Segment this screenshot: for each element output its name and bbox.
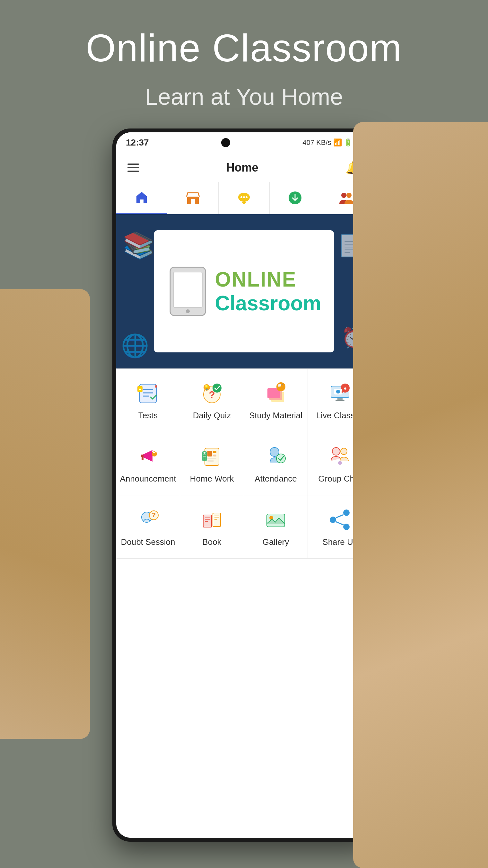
svg-point-8 [347,193,352,198]
svg-rect-69 [203,515,211,527]
grid-item-doubt-session[interactable]: ? ? Doubt Session [116,495,180,559]
nav-store-icon[interactable] [167,182,218,214]
nav-home-icon[interactable] [116,182,167,214]
svg-point-80 [269,516,273,520]
grid-label-doubt-session: Doubt Session [121,537,175,547]
phone-screen: 12:37 407 KB/s 📶 🔋 69 Home 🔔 [116,132,372,838]
svg-rect-17 [138,386,142,392]
grid-label-daily-quiz: Daily Quiz [193,410,231,421]
nav-download-icon[interactable] [270,182,321,214]
banner: 📚 🌐 📄 ⏰ ONLINE Classroom [116,214,372,369]
banner-online-text: ONLINE [215,268,321,291]
svg-point-39 [336,390,340,394]
svg-text:?: ? [152,512,156,519]
svg-rect-35 [335,400,345,401]
svg-rect-10 [173,272,202,307]
svg-point-23 [213,383,222,393]
svg-rect-47 [213,455,217,457]
grid-item-attendance[interactable]: Attendance [244,432,308,495]
grid-label-attendance: Attendance [255,474,297,484]
nav-chat-icon[interactable] [219,182,270,214]
svg-point-3 [240,196,242,198]
network-icon: 📶 [333,138,342,147]
grid-menu: Tests ? 💡 Daily Quiz [116,369,372,559]
grid-label-tests: Tests [138,410,158,421]
svg-rect-41 [141,457,143,460]
signal-text: 407 KB/s [302,138,331,147]
svg-rect-45 [207,451,212,457]
banner-text: ONLINE Classroom [215,268,321,315]
grid-label-study-material: Study Material [249,410,302,421]
banner-inner: ONLINE Classroom [154,230,334,352]
svg-text:💡: 💡 [203,384,210,391]
svg-rect-43 [205,448,219,465]
svg-rect-34 [337,398,343,400]
grid-item-announcement[interactable]: Announcement [116,432,180,495]
svg-line-85 [336,522,344,525]
svg-rect-1 [191,199,195,204]
svg-line-84 [336,515,344,518]
svg-point-4 [243,196,245,198]
nav-title: Home [226,161,258,175]
svg-point-7 [341,193,347,198]
svg-rect-48 [207,458,217,459]
grid-label-book: Book [202,537,221,547]
svg-text:●: ● [344,385,347,391]
grid-item-daily-quiz[interactable]: ? 💡 Daily Quiz [180,369,244,432]
svg-rect-78 [267,514,285,527]
page-bg-title: Online Classroom [0,26,488,70]
svg-point-82 [330,517,336,523]
page-bg-subtitle: Learn at You Home [0,84,488,110]
svg-point-83 [343,524,350,530]
front-camera [221,138,230,147]
svg-rect-49 [207,460,214,462]
grid-item-gallery[interactable]: Gallery [244,495,308,559]
svg-point-51 [203,452,205,454]
status-bar: 12:37 407 KB/s 📶 🔋 69 [116,132,372,153]
icon-nav-bar [116,182,372,214]
hamburger-menu[interactable] [127,163,139,172]
grid-item-book[interactable]: Book [180,495,244,559]
svg-point-62 [338,461,342,465]
grid-label-gallery: Gallery [263,537,289,547]
svg-rect-40 [141,455,143,457]
grid-item-tests[interactable]: Tests [116,369,180,432]
grid-item-homework[interactable]: Home Work [180,432,244,495]
grid-label-share: Share Us [322,537,357,547]
battery-icon: 🔋 [344,138,353,147]
grid-label-homework: Home Work [190,474,234,484]
svg-point-81 [343,509,350,516]
svg-rect-53 [203,456,206,457]
grid-label-announcement: Announcement [120,474,176,484]
svg-rect-52 [203,455,206,455]
grid-item-study-material[interactable]: Study Material [244,369,308,432]
svg-point-5 [246,196,248,198]
status-time: 12:37 [126,137,149,148]
phone-frame: 12:37 407 KB/s 📶 🔋 69 Home 🔔 [112,128,376,842]
svg-point-11 [186,309,190,313]
banner-classroom-text: Classroom [215,291,321,315]
svg-rect-46 [213,451,217,453]
top-nav: Home 🔔 [116,153,372,182]
